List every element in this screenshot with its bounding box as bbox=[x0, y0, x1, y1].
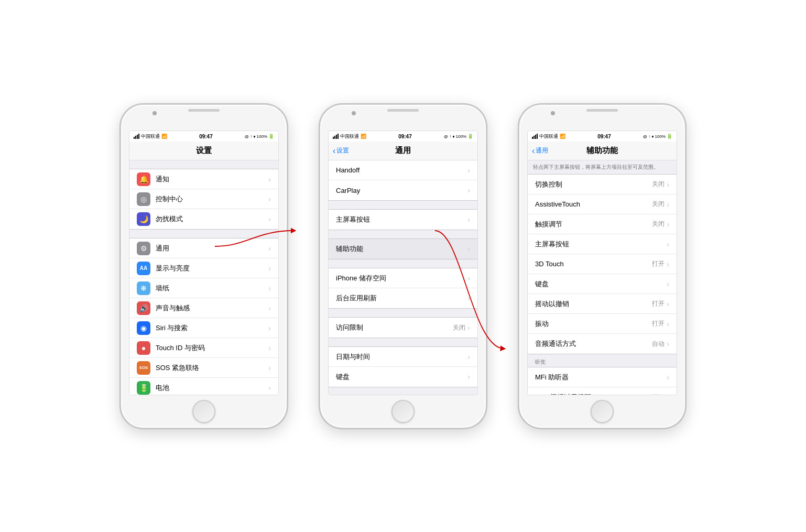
nav-bar-3: ‹ 通用 辅助功能 bbox=[528, 142, 677, 160]
nav-back-2[interactable]: ‹ 设置 bbox=[333, 146, 349, 155]
icon-touchid: ● bbox=[137, 341, 150, 355]
row-storage[interactable]: iPhone 储存空间 › bbox=[329, 268, 477, 288]
chevron-storage: › bbox=[467, 274, 470, 283]
label-touchid: Touch ID 与密码 bbox=[156, 343, 268, 353]
home-button-1[interactable] bbox=[192, 400, 215, 423]
group-storage: iPhone 储存空间 › 后台应用刷新 › bbox=[329, 268, 477, 309]
row-accessibility[interactable]: 辅助功能 › bbox=[329, 239, 477, 259]
label-siri: Siri 与搜索 bbox=[156, 323, 268, 333]
label-3dtouch: 3D Touch bbox=[535, 260, 652, 268]
content-2: Handoff › CarPlay › 主屏幕按钮 › bbox=[329, 160, 477, 395]
row-general[interactable]: ⚙ 通用 › bbox=[129, 238, 278, 258]
label-accessibility: 辅助功能 bbox=[336, 244, 467, 254]
label-keyboard2: 键盘 bbox=[336, 372, 467, 382]
row-battery[interactable]: 🔋 电池 › bbox=[129, 378, 278, 395]
value-restrictions: 关闭 bbox=[453, 323, 465, 332]
row-wallpaper[interactable]: ❋ 墙纸 › bbox=[129, 278, 278, 298]
chevron-audiocall: › bbox=[667, 340, 669, 348]
settings-group-1b: ⚙ 通用 › AA 显示与亮度 › ❋ 墙纸 › � bbox=[129, 238, 278, 395]
chevron-ledflash: › bbox=[667, 393, 669, 395]
wifi-icon-3: 📶 bbox=[560, 134, 565, 139]
back-arrow-icon-3: ‹ bbox=[532, 147, 535, 155]
chevron-assistivetouch: › bbox=[667, 200, 669, 209]
row-siri[interactable]: ◉ Siri 与搜索 › bbox=[129, 318, 278, 338]
row-touchaccommodations[interactable]: 触摸调节 关闭 › bbox=[528, 214, 677, 234]
group-accessibility: 辅助功能 › bbox=[329, 238, 477, 259]
icon-display: AA bbox=[137, 262, 150, 275]
back-label-2: 设置 bbox=[336, 146, 349, 155]
row-vibration[interactable]: 振动 打开 › bbox=[528, 314, 677, 334]
settings-group-1a: 🔔 通知 › ◎ 控制中心 › 🌙 勿扰模式 › bbox=[129, 169, 278, 230]
label-homebutton: 主屏幕按钮 bbox=[336, 215, 467, 224]
row-switchcontrol[interactable]: 切换控制 关闭 › bbox=[528, 175, 677, 194]
chevron-keyboard3: › bbox=[667, 280, 669, 288]
row-homebutton3[interactable]: 主屏幕按钮 › bbox=[528, 234, 677, 254]
screen-2: 中国联通 📶 09:47 @ ↑ ♦ 100% 🔋 ‹ 设置 通用 bbox=[328, 131, 478, 395]
value-ledflash: 关闭 bbox=[652, 393, 665, 395]
label-assistivetouch: AssistiveTouch bbox=[535, 200, 652, 208]
row-display[interactable]: AA 显示与亮度 › bbox=[129, 258, 278, 278]
row-audiocall[interactable]: 音频通话方式 自动 › bbox=[528, 334, 677, 354]
home-button-2[interactable] bbox=[391, 400, 415, 423]
screen-1: 中国联通 📶 09:47 @ ↑ ♦ 100% 🔋 设置 bbox=[129, 131, 279, 395]
chevron-homebutton: › bbox=[467, 215, 470, 224]
row-touchid[interactable]: ● Touch ID 与密码 › bbox=[129, 338, 278, 358]
label-storage: iPhone 储存空间 bbox=[336, 274, 467, 283]
row-ledflash[interactable]: LED 闪烁以示提醒 关闭 › bbox=[528, 387, 677, 395]
value-3dtouch: 打开 bbox=[652, 259, 665, 268]
group-date: 日期与时间 › 键盘 › bbox=[329, 346, 477, 387]
icon-notification: 🔔 bbox=[137, 172, 150, 186]
row-sos[interactable]: SOS SOS 紧急联络 › bbox=[129, 358, 278, 378]
chevron-wallpaper: › bbox=[268, 284, 271, 292]
value-assistivetouch: 关闭 bbox=[652, 200, 665, 209]
home-button-3[interactable] bbox=[591, 400, 614, 423]
value-switchcontrol: 关闭 bbox=[652, 180, 665, 189]
chevron-bgrefresh: › bbox=[467, 294, 470, 302]
row-assistivetouch[interactable]: AssistiveTouch 关闭 › bbox=[528, 194, 677, 214]
row-3dtouch[interactable]: 3D Touch 打开 › bbox=[528, 254, 677, 274]
camera-1 bbox=[153, 111, 157, 115]
hearing-label: 听觉 bbox=[535, 359, 546, 366]
label-ledflash: LED 闪烁以示提醒 bbox=[535, 393, 652, 395]
label-switchcontrol: 切换控制 bbox=[535, 180, 652, 189]
nav-back-3[interactable]: ‹ 通用 bbox=[532, 146, 548, 155]
speaker-2 bbox=[387, 109, 419, 112]
chevron-shakeundo: › bbox=[667, 300, 669, 308]
wifi-icon-1: 📶 bbox=[161, 134, 167, 139]
icon-sounds: 🔊 bbox=[137, 301, 150, 315]
row-bgrefresh[interactable]: 后台应用刷新 › bbox=[329, 288, 477, 308]
row-controlcenter[interactable]: ◎ 控制中心 › bbox=[129, 189, 278, 209]
row-mfi[interactable]: MFi 助听器 › bbox=[528, 367, 677, 387]
carrier-2: 中国联通 bbox=[340, 133, 359, 140]
group-restrictions: 访问限制 关闭 › bbox=[329, 317, 477, 338]
chevron-3dtouch: › bbox=[667, 260, 669, 268]
label-dnd: 勿扰模式 bbox=[156, 214, 268, 224]
time-3: 09:47 bbox=[597, 134, 611, 139]
row-dnd[interactable]: 🌙 勿扰模式 › bbox=[129, 209, 278, 229]
value-shakeundo: 打开 bbox=[652, 299, 665, 308]
row-keyboard3[interactable]: 键盘 › bbox=[528, 274, 677, 294]
row-shakeundo[interactable]: 摇动以撤销 打开 › bbox=[528, 294, 677, 314]
chevron-vibration: › bbox=[667, 320, 669, 328]
icon-siri: ◉ bbox=[137, 321, 150, 335]
chevron-controlcenter: › bbox=[268, 195, 271, 203]
row-carplay[interactable]: CarPlay › bbox=[329, 180, 477, 200]
screen-3: 中国联通 📶 09:47 @ ↑ ♦ 100% 🔋 ‹ 通用 辅助功能 bbox=[527, 131, 677, 395]
speaker-3 bbox=[586, 109, 618, 112]
row-notification[interactable]: 🔔 通知 › bbox=[129, 169, 278, 189]
nav-title-2: 通用 bbox=[395, 146, 411, 156]
row-datetime[interactable]: 日期与时间 › bbox=[329, 347, 477, 367]
icon-sos: SOS bbox=[137, 361, 150, 375]
row-restrictions[interactable]: 访问限制 关闭 › bbox=[329, 318, 477, 338]
row-handoff[interactable]: Handoff › bbox=[329, 160, 477, 180]
time-2: 09:47 bbox=[398, 134, 412, 139]
status-bar-2: 中国联通 📶 09:47 @ ↑ ♦ 100% 🔋 bbox=[329, 131, 477, 142]
row-sounds[interactable]: 🔊 声音与触感 › bbox=[129, 298, 278, 318]
chevron-sounds: › bbox=[268, 304, 271, 312]
camera-2 bbox=[352, 111, 356, 115]
row-homebutton[interactable]: 主屏幕按钮 › bbox=[329, 210, 477, 230]
label-display: 显示与亮度 bbox=[156, 264, 268, 273]
speaker-1 bbox=[188, 109, 220, 112]
row-keyboard2[interactable]: 键盘 › bbox=[329, 367, 477, 387]
status-bar-1: 中国联通 📶 09:47 @ ↑ ♦ 100% 🔋 bbox=[129, 131, 278, 142]
